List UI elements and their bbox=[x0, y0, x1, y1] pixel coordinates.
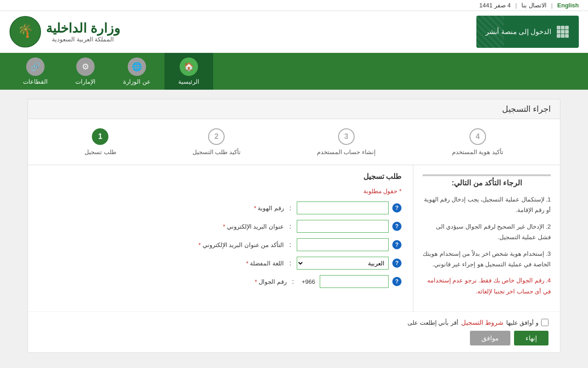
email-input[interactable] bbox=[297, 220, 389, 233]
terms-link[interactable]: شروط التسجيل bbox=[461, 319, 503, 326]
absher-text: الدخول إلى منصة أبشر bbox=[486, 28, 551, 36]
approve-button[interactable]: موافق bbox=[470, 331, 510, 345]
mobile-input[interactable] bbox=[320, 275, 389, 288]
svg-rect-5 bbox=[565, 30, 569, 34]
email-confirm-colon: : bbox=[288, 241, 293, 248]
step-4-label: تأكيد هوية المستخدم bbox=[452, 149, 503, 155]
nav-label-about: عن الوزارة bbox=[123, 78, 151, 85]
terms-checkbox[interactable] bbox=[541, 319, 548, 326]
buttons-row: موافق إنهاء bbox=[40, 331, 548, 345]
svg-rect-6 bbox=[557, 34, 560, 38]
emirates-icon: ⚙ bbox=[76, 58, 95, 76]
instruction-2: 2. الإدخال غير الصحيح لرقم الجوال سيؤدي … bbox=[423, 221, 551, 243]
email-info-icon[interactable]: ? bbox=[392, 222, 401, 231]
contact-label: الاتصال بنا bbox=[521, 2, 547, 9]
divider bbox=[423, 174, 551, 176]
email-colon: : bbox=[288, 223, 293, 230]
language-select[interactable]: العربية English bbox=[297, 257, 389, 270]
date-label: 4 صفر 1441 bbox=[479, 2, 510, 9]
email-confirm-label: التأكد من عنوان البريد الإلكتروني * bbox=[192, 242, 284, 248]
language-info-icon[interactable]: ? bbox=[392, 259, 401, 268]
step-1: 1 طلب تسجيل bbox=[85, 128, 116, 155]
sectors-icon: 🔗 bbox=[26, 58, 45, 76]
instruction-1: 1. لإستكمال عملية التسجيل، يجب إدخال رقم… bbox=[423, 194, 551, 216]
svg-rect-0 bbox=[557, 26, 560, 29]
language-colon: : bbox=[288, 259, 293, 267]
svg-rect-7 bbox=[561, 34, 565, 38]
email-confirm-row: ? : التأكد من عنوان البريد الإلكتروني * bbox=[40, 238, 401, 251]
instructions-title: الرجاء التأكد من التالي: bbox=[423, 178, 551, 187]
id-number-label: رقم الهوية * bbox=[192, 205, 284, 212]
instructions-list: 1. لإستكمال عملية التسجيل، يجب إدخال رقم… bbox=[423, 194, 551, 297]
svg-rect-1 bbox=[561, 26, 565, 29]
nav-bar: 🏠 الرئيسية 🌐 عن الوزارة ⚙ الإمارات 🔗 الق… bbox=[0, 53, 588, 90]
nav-item-about[interactable]: 🌐 عن الوزارة bbox=[109, 53, 164, 90]
id-colon: : bbox=[288, 204, 293, 212]
step-4-circle: 4 bbox=[469, 128, 486, 145]
terms-row: و أوافق عليها شروط التسجيل أقر بأني إطلع… bbox=[40, 319, 548, 326]
page-title: اجراء التسجيل bbox=[502, 104, 551, 114]
terms-text-before: أقر بأني إطلعت على bbox=[407, 319, 458, 326]
mobile-info-icon[interactable]: ? bbox=[392, 277, 401, 286]
main-content: اجراء التسجيل 4 تأكيد هوية المستخدم 3 إن… bbox=[28, 99, 560, 353]
required-note: * حقول مطلوبة bbox=[40, 188, 401, 195]
language-label: اللغة المفضلة * bbox=[192, 260, 284, 267]
finish-button[interactable]: إنهاء bbox=[514, 331, 548, 345]
required-asterisk: * bbox=[397, 188, 401, 195]
svg-rect-2 bbox=[565, 26, 569, 29]
mobile-colon: : bbox=[290, 278, 296, 285]
absher-banner[interactable]: الدخول إلى منصة أبشر bbox=[476, 16, 579, 48]
id-number-input[interactable] bbox=[297, 201, 389, 214]
form-panel: طلب تسجيل * حقول مطلوبة ? : رقم الهوية *… bbox=[28, 165, 413, 311]
step-2-label: تأكيد طلب التسجيل bbox=[192, 149, 241, 155]
email-label: عنوان البريد الإلكتروني * bbox=[192, 223, 284, 230]
header: الدخول إلى منصة أبشر وزارة الداخلية المم… bbox=[0, 11, 588, 53]
form-footer: و أوافق عليها شروط التسجيل أقر بأني إطلع… bbox=[28, 311, 560, 352]
step-1-label: طلب تسجيل bbox=[85, 149, 116, 155]
instructions-panel: الرجاء التأكد من التالي: 1. لإستكمال عمل… bbox=[413, 165, 560, 311]
instruction-4: 4. رقم الجوال خاص بك فقط. نرجو عدم إستخد… bbox=[423, 275, 551, 297]
top-bar: English | الاتصال بنا | 4 صفر 1441 bbox=[0, 0, 588, 11]
svg-rect-8 bbox=[565, 34, 569, 38]
language-row: ? العربية English : اللغة المفضلة * bbox=[40, 257, 401, 270]
nav-item-home[interactable]: 🏠 الرئيسية bbox=[164, 53, 213, 90]
step-4: 4 تأكيد هوية المستخدم bbox=[452, 128, 503, 155]
home-icon: 🏠 bbox=[180, 58, 198, 76]
instruction-3: 3. إستخدام هوية شخص اخر بدلاً من إستخدام… bbox=[423, 248, 551, 270]
form-area: الرجاء التأكد من التالي: 1. لإستكمال عمل… bbox=[28, 165, 560, 311]
phone-row: +966 bbox=[300, 275, 389, 288]
nav-item-sectors[interactable]: 🔗 القطاعات bbox=[9, 53, 62, 90]
id-number-row: ? : رقم الهوية * bbox=[40, 201, 401, 214]
id-info-icon[interactable]: ? bbox=[392, 203, 401, 213]
about-icon: 🌐 bbox=[128, 58, 146, 76]
phone-prefix: +966 bbox=[300, 278, 317, 285]
step-3: 3 إنشاء حساب المستخدم bbox=[317, 128, 376, 155]
nav-item-emirates[interactable]: ⚙ الإمارات bbox=[62, 53, 109, 90]
nav-label-sectors: القطاعات bbox=[23, 78, 48, 85]
form-section-title: طلب تسجيل bbox=[40, 172, 401, 181]
logo-text: وزارة الداخلية المملكة العربية السعودية bbox=[46, 21, 120, 43]
page-title-bar: اجراء التسجيل bbox=[28, 99, 560, 119]
saudi-emblem: 🌴 bbox=[9, 16, 41, 48]
separator-2: | bbox=[515, 2, 517, 9]
logo-subtitle: المملكة العربية السعودية bbox=[46, 36, 120, 43]
step-3-circle: 3 bbox=[338, 128, 355, 145]
step-2: 2 تأكيد طلب التسجيل bbox=[192, 128, 241, 155]
mobile-label: رقم الجوال * bbox=[195, 278, 287, 285]
steps-bar: 4 تأكيد هوية المستخدم 3 إنشاء حساب المست… bbox=[28, 119, 560, 165]
svg-rect-4 bbox=[561, 30, 565, 34]
mobile-row: ? +966 : رقم الجوال * bbox=[40, 275, 401, 288]
english-link[interactable]: English bbox=[557, 2, 579, 9]
step-2-circle: 2 bbox=[208, 128, 225, 145]
svg-text:🌴: 🌴 bbox=[17, 23, 34, 38]
email-confirm-input[interactable] bbox=[297, 238, 389, 251]
logo-area: وزارة الداخلية المملكة العربية السعودية … bbox=[9, 16, 120, 48]
nav-label-emirates: الإمارات bbox=[75, 78, 96, 85]
terms-text-after: و أوافق عليها bbox=[506, 319, 538, 326]
absher-icon bbox=[556, 25, 570, 39]
step-3-label: إنشاء حساب المستخدم bbox=[317, 149, 376, 155]
svg-rect-3 bbox=[557, 30, 560, 34]
separator-1: | bbox=[551, 2, 553, 9]
email-confirm-info-icon[interactable]: ? bbox=[392, 240, 401, 249]
step-1-circle: 1 bbox=[92, 128, 108, 145]
